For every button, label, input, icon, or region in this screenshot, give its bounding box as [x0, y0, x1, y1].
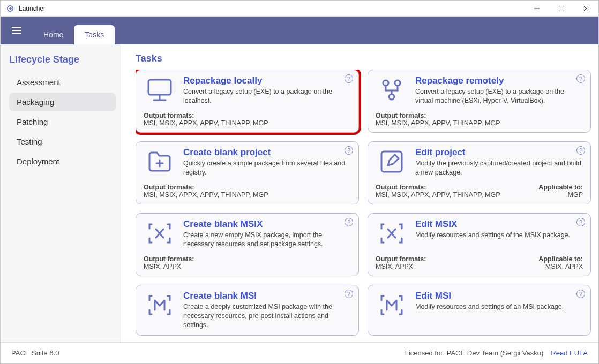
- tab-home[interactable]: Home: [33, 25, 74, 44]
- card-title: Edit MSIX: [415, 219, 583, 230]
- card-desc: Modify resources and settings of the MSI…: [415, 231, 583, 240]
- card-desc: Quickly create a simple package from sev…: [183, 159, 351, 177]
- menu-button[interactable]: [7, 21, 26, 40]
- msi-m-icon: [144, 291, 176, 330]
- card-title: Create blank MSI: [183, 291, 351, 301]
- task-card-repackage-locally[interactable]: ? Repackage locally Convert a legacy set…: [136, 70, 359, 133]
- help-icon[interactable]: ?: [345, 146, 353, 155]
- svg-rect-20: [381, 151, 402, 172]
- output-formats-label: Output formats:: [144, 255, 194, 263]
- help-icon[interactable]: ?: [576, 74, 585, 83]
- sidebar-item-packaging[interactable]: Packaging: [9, 93, 116, 111]
- task-card-create-blank-msi[interactable]: ? Create blank MSI Create a deeply custo…: [136, 285, 359, 336]
- help-icon[interactable]: ?: [576, 290, 585, 298]
- card-title: Create blank MSIX: [183, 219, 351, 230]
- output-formats-label: Output formats:: [144, 184, 268, 191]
- sidebar-title: Lifecycle Stage: [9, 54, 116, 65]
- task-card-edit-project[interactable]: ? Edit project Modify the previously cap…: [368, 141, 591, 204]
- titlebar: Launcher: [1, 1, 598, 17]
- body: Lifecycle Stage Assessment Packaging Pat…: [1, 44, 598, 342]
- output-formats-value: MSI, MSIX, APPX, APPV, THINAPP, MGP: [144, 191, 268, 199]
- card-desc: Create a deeply customized MSI package w…: [183, 302, 351, 330]
- footer: PACE Suite 6.0 Licensed for: PACE Dev Te…: [1, 342, 598, 363]
- window-controls: [525, 1, 598, 17]
- output-formats-value: MSI, MSIX, APPX, APPV, THINAPP, MGP: [144, 119, 268, 127]
- sidebar-item-testing[interactable]: Testing: [9, 132, 116, 151]
- svg-rect-2: [559, 6, 564, 11]
- output-formats-label: Output formats:: [144, 112, 268, 119]
- network-icon: [376, 75, 408, 109]
- task-card-create-blank-msix[interactable]: ? Create blank MSIX Create a new empty M…: [136, 213, 359, 276]
- card-desc: Convert a legacy setup (EXE) to a packag…: [183, 87, 351, 105]
- help-icon[interactable]: ?: [345, 290, 353, 298]
- card-desc: Modify resources and settings of an MSI …: [415, 302, 583, 312]
- output-formats-value: MSIX, APPX: [144, 263, 194, 270]
- main: Tasks ? Repackage locally Convert a lega…: [121, 44, 598, 342]
- card-desc: Modify the previously captured/created p…: [415, 159, 583, 177]
- help-icon[interactable]: ?: [576, 218, 585, 226]
- output-formats-label: Output formats:: [376, 255, 426, 263]
- tab-tasks[interactable]: Tasks: [74, 25, 115, 44]
- maximize-button[interactable]: [549, 1, 574, 17]
- eula-link[interactable]: Read EULA: [551, 349, 588, 357]
- msix-x-icon: [376, 219, 408, 252]
- sidebar-item-assessment[interactable]: Assessment: [9, 73, 116, 92]
- sidebar: Lifecycle Stage Assessment Packaging Pat…: [1, 44, 121, 342]
- applicable-to-value: MGP: [538, 191, 583, 199]
- minimize-button[interactable]: [525, 1, 549, 17]
- card-title: Edit project: [415, 147, 583, 158]
- applicable-to-label: Applicable to:: [538, 255, 583, 263]
- output-formats-label: Output formats:: [376, 184, 500, 191]
- task-card-repackage-remotely[interactable]: ? Repackage remotely Convert a legacy se…: [368, 70, 591, 133]
- sidebar-item-patching[interactable]: Patching: [9, 112, 116, 131]
- card-desc: Convert a legacy setup (EXE) to a packag…: [415, 87, 583, 105]
- license-label: Licensed for: PACE Dev Team (Sergii Vask…: [405, 349, 544, 357]
- svg-rect-8: [148, 80, 171, 95]
- card-title: Create blank project: [183, 147, 351, 158]
- card-desc: Create a new empty MSIX package, import …: [183, 231, 351, 249]
- output-formats-value: MSI, MSIX, APPX, APPV, THINAPP, MGP: [376, 119, 500, 127]
- cards-grid: ? Repackage locally Convert a legacy set…: [136, 70, 591, 342]
- sidebar-item-deployment[interactable]: Deployment: [9, 152, 116, 171]
- output-formats-value: MSI, MSIX, APPX, APPV, THINAPP, MGP: [376, 191, 500, 199]
- close-button[interactable]: [574, 1, 598, 17]
- help-icon[interactable]: ?: [345, 218, 353, 226]
- output-formats-label: Output formats:: [376, 112, 500, 119]
- msix-x-icon: [144, 219, 176, 252]
- cards-scroll[interactable]: ? Repackage locally Convert a legacy set…: [136, 70, 593, 342]
- msi-m-icon: [376, 291, 408, 324]
- monitor-icon: [144, 75, 176, 109]
- card-title: Edit MSI: [415, 291, 583, 301]
- card-title: Repackage locally: [183, 75, 351, 86]
- help-icon[interactable]: ?: [345, 74, 353, 83]
- folder-plus-icon: [144, 147, 176, 180]
- window-title: Launcher: [19, 5, 46, 12]
- applicable-to-value: MSIX, APPX: [538, 263, 583, 270]
- app-icon: [6, 4, 14, 13]
- applicable-to-label: Applicable to:: [538, 184, 583, 191]
- card-title: Repackage remotely: [415, 75, 583, 86]
- page-title: Tasks: [136, 53, 593, 64]
- task-card-edit-msi[interactable]: ? Edit MSI Modify resources and settings…: [368, 285, 591, 336]
- ribbon: Home Tasks: [1, 17, 598, 44]
- task-card-create-blank-project[interactable]: ? Create blank project Quickly create a …: [136, 141, 359, 204]
- task-card-edit-msix[interactable]: ? Edit MSIX Modify resources and setting…: [368, 213, 591, 276]
- help-icon[interactable]: ?: [576, 146, 585, 155]
- output-formats-value: MSIX, APPX: [376, 263, 426, 270]
- pencil-box-icon: [376, 147, 408, 180]
- version-label: PACE Suite 6.0: [11, 349, 59, 357]
